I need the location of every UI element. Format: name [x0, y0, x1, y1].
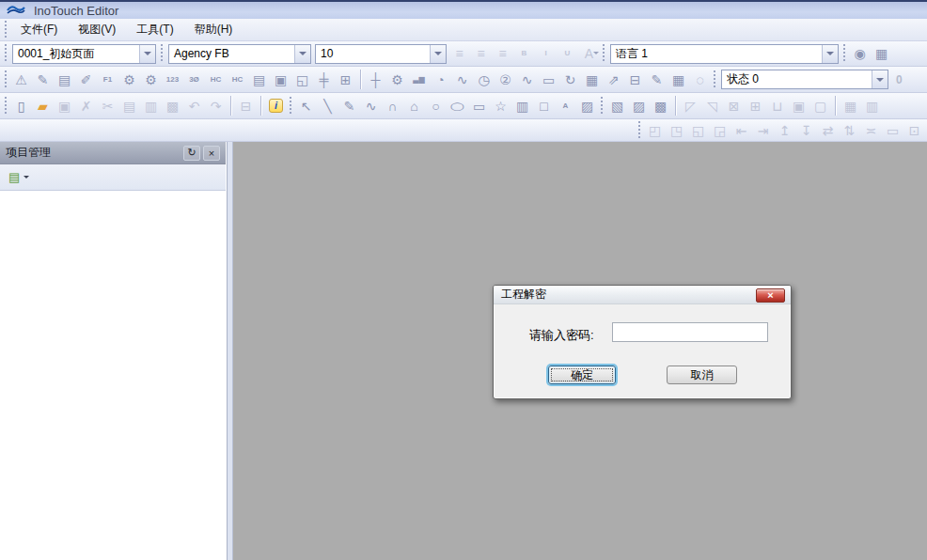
function-key-icon[interactable]: F1	[97, 70, 118, 90]
transparency-icon[interactable]: ◉	[849, 43, 871, 64]
state-combo[interactable]: 状态 0	[721, 70, 888, 89]
table2-icon[interactable]: ▦	[668, 70, 689, 90]
same-width-icon[interactable]: ▭	[882, 120, 903, 141]
toolbar-grip[interactable]	[288, 97, 292, 116]
rectangle-icon[interactable]: ▭	[468, 96, 490, 117]
new-icon[interactable]: ▯	[10, 96, 32, 117]
note-pen-icon[interactable]: ✎	[646, 70, 668, 90]
ruler-horizontal-icon[interactable]: ▦	[840, 96, 861, 117]
star-icon[interactable]: ☆	[490, 96, 511, 117]
alarm-icon[interactable]: ⚠	[10, 70, 32, 90]
ok-button[interactable]: 确定	[548, 366, 616, 384]
copy-icon[interactable]: ▤	[118, 96, 140, 117]
open-icon[interactable]: ▰	[32, 96, 54, 117]
polygon-icon[interactable]: ⌂	[403, 96, 425, 117]
underline-icon[interactable]: U	[557, 43, 578, 64]
menu-item[interactable]: 帮助(H)	[184, 19, 244, 40]
close-icon[interactable]: ×	[203, 146, 220, 161]
toolbar-grip[interactable]	[841, 44, 846, 63]
align-top-edge-icon[interactable]: ↥	[774, 120, 795, 141]
numeric-input-icon[interactable]: 3Ø	[183, 70, 205, 90]
operation-log-icon[interactable]: ⊟	[624, 70, 646, 90]
toolbar-grip[interactable]	[3, 97, 8, 116]
report-icon[interactable]: ⇗	[603, 70, 624, 90]
toolbar-grip[interactable]	[3, 21, 8, 39]
send-backward-icon[interactable]: ◲	[709, 120, 731, 141]
pen-icon[interactable]: ✎	[338, 96, 360, 117]
select-object-icon[interactable]: ◸	[680, 96, 701, 117]
bring-to-front-icon[interactable]: ◰	[644, 120, 666, 141]
ellipse-icon[interactable]: ◯	[447, 96, 468, 117]
scale-icon[interactable]: ▥	[511, 96, 533, 117]
toolbar-grip[interactable]	[601, 44, 605, 63]
unlock-icon[interactable]: ⊞	[745, 96, 766, 117]
cancel-button[interactable]: 取消	[667, 366, 737, 384]
polyline-icon[interactable]: ∿	[360, 96, 382, 117]
select-icon[interactable]: ↖	[295, 96, 317, 117]
mechanism-icon[interactable]: ⚙	[386, 70, 408, 90]
chevron-down-icon[interactable]	[294, 45, 310, 63]
chevron-down-icon[interactable]	[872, 70, 888, 88]
print-icon[interactable]: ⊟	[235, 96, 257, 117]
bar-graph-icon[interactable]: ▃▆	[408, 70, 430, 90]
toolbar-grip[interactable]	[159, 44, 164, 63]
same-size-icon[interactable]: ⊡	[903, 120, 925, 141]
trend-pen-icon[interactable]: ∿	[451, 70, 473, 90]
menu-item[interactable]: 工具(T)	[126, 19, 183, 40]
align-right-icon[interactable]: ≡	[492, 43, 513, 64]
redo-icon[interactable]: ↷	[205, 96, 227, 117]
frame-icon[interactable]: □	[533, 96, 555, 117]
dialog-close-button[interactable]: ×	[756, 288, 785, 303]
save-icon[interactable]: ▣	[54, 96, 75, 117]
center-vertical-icon[interactable]: ⇅	[839, 120, 860, 141]
text-icon[interactable]: A	[555, 96, 576, 117]
language-combo[interactable]: 语言 1	[610, 44, 839, 64]
meter-icon[interactable]: ◔	[430, 70, 451, 90]
paste-icon[interactable]: ▥	[140, 96, 162, 117]
arc-icon[interactable]: ∩	[382, 96, 403, 117]
toolbar-grip[interactable]	[599, 97, 604, 116]
multi-state-icon[interactable]: ②	[495, 70, 516, 90]
font-size-combo[interactable]: 10	[315, 44, 447, 64]
xy-plot-icon[interactable]: ∿	[516, 70, 538, 90]
table-element-icon[interactable]: ⊞	[335, 70, 356, 90]
chevron-down-icon[interactable]	[822, 45, 838, 63]
grid-settings-icon[interactable]: ▦	[871, 43, 892, 64]
toolbar-grip[interactable]	[3, 70, 8, 89]
select-group-icon[interactable]: ◹	[701, 96, 723, 117]
system-parameter-icon[interactable]: ⚙	[118, 70, 140, 90]
gallery-icon[interactable]: ▧	[606, 96, 628, 117]
lock-icon[interactable]: ⊠	[723, 96, 745, 117]
recipe-icon[interactable]: ↻	[559, 70, 581, 90]
move-element-icon[interactable]: ┼	[365, 70, 386, 90]
line-icon[interactable]: ╲	[317, 96, 338, 117]
group-icon[interactable]: ▣	[788, 96, 809, 117]
picture-icon[interactable]: ▨	[576, 96, 598, 117]
pipe-icon[interactable]: ╪	[313, 70, 335, 90]
send-to-back-icon[interactable]: ◳	[666, 120, 687, 141]
font-color-icon[interactable]: A	[578, 43, 600, 64]
undo-icon[interactable]: ↶	[183, 96, 205, 117]
text-display-icon[interactable]: ▤	[248, 70, 270, 90]
address-list-icon[interactable]: ▤	[54, 70, 75, 90]
hex-input-icon[interactable]: HC	[227, 70, 248, 90]
screen-display-icon[interactable]: ▭	[538, 70, 559, 90]
align-right-edge-icon[interactable]: ⇥	[752, 120, 774, 141]
trash-icon[interactable]: ⊔	[766, 96, 788, 117]
data-grid-icon[interactable]: ▦	[581, 70, 603, 90]
window-element-icon[interactable]: ▣	[270, 70, 291, 90]
password-input[interactable]	[612, 322, 768, 342]
toolbar-grip[interactable]	[636, 121, 641, 140]
bring-forward-icon[interactable]: ◱	[687, 120, 709, 141]
ruler-grid-icon[interactable]: ▥	[861, 96, 883, 117]
gallery-add-icon[interactable]: ▨	[628, 96, 650, 117]
history-data-icon[interactable]: ◷	[473, 70, 495, 90]
event-log-icon[interactable]: ✐	[75, 70, 97, 90]
project-tree-area[interactable]	[0, 191, 226, 560]
chevron-down-icon[interactable]	[430, 45, 446, 63]
hex-display-icon[interactable]: HC	[205, 70, 227, 90]
delete-icon[interactable]: ✗	[75, 96, 97, 117]
bold-icon[interactable]: B	[513, 43, 535, 64]
align-bottom-edge-icon[interactable]: ↧	[795, 120, 817, 141]
auto-hide-pin-icon[interactable]: ↻	[183, 146, 200, 161]
